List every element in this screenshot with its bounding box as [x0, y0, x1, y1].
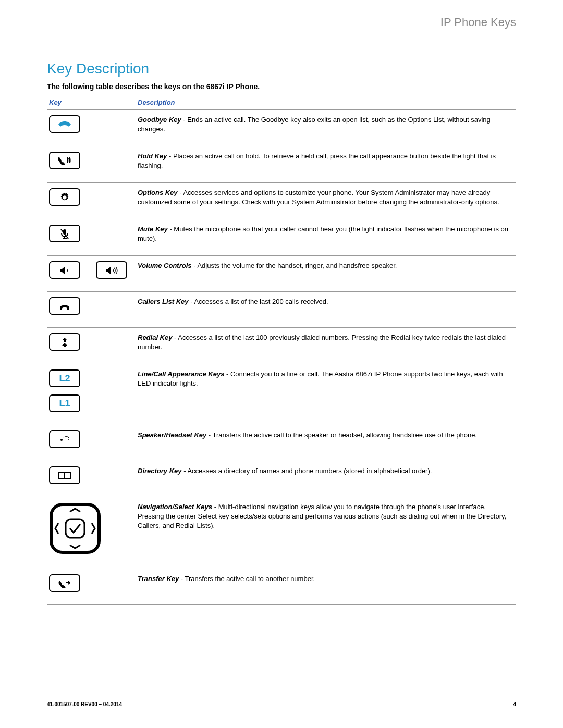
col-header-description: Description	[136, 95, 516, 110]
row-text: Accesses services and options to customi…	[138, 189, 499, 206]
table-row: Options Key - Accesses services and opti…	[47, 183, 516, 219]
key-description-table: Key Description Goodbye Key - Ends an ac…	[47, 95, 516, 605]
speaker-headset-key-icon	[49, 430, 80, 448]
transfer-key-icon	[49, 574, 80, 592]
row-label: Mute Key	[138, 225, 168, 233]
table-row: Mute Key - Mutes the microphone so that …	[47, 219, 516, 256]
row-text: Mutes the microphone so that your caller…	[138, 225, 508, 242]
goodbye-key-icon	[49, 115, 80, 133]
row-text: Accesses a list of the last 100 previous…	[138, 334, 506, 351]
svg-text:♫: ♫	[66, 156, 72, 164]
navigation-select-keys-icon	[49, 502, 101, 556]
row-label: Redial Key	[138, 334, 172, 341]
footer-docid: 41-001507-00 REV00 – 04.2014	[47, 701, 122, 707]
table-row: Redial Key - Accesses a list of the last…	[47, 328, 516, 364]
col-header-key: Key	[47, 95, 136, 110]
table-row: Volume Controls - Adjusts the volume for…	[47, 256, 516, 292]
row-label: Hold Key	[138, 152, 167, 160]
row-sep: -	[178, 189, 183, 196]
table-row: L2 L1 Line/Call Appearance Keys - Connec…	[47, 364, 516, 425]
row-text: Places an active call on hold. To retrie…	[138, 152, 496, 169]
row-label: Navigation/Select Keys	[138, 503, 212, 511]
table-row: Navigation/Select Keys - Multi-direction…	[47, 497, 516, 569]
row-sep: -	[182, 467, 188, 475]
options-key-icon	[49, 188, 80, 206]
row-label: Options Key	[138, 189, 178, 196]
row-text: Accesses a list of the last 200 calls re…	[194, 298, 328, 305]
volume-up-icon	[96, 261, 127, 279]
row-label: Line/Call Appearance Keys	[138, 370, 224, 378]
line-key-l2-icon: L2	[49, 369, 80, 387]
row-sep: -	[224, 370, 230, 378]
row-sep: -	[179, 575, 185, 583]
page-header-title: IP Phone Keys	[47, 16, 516, 29]
row-label: Goodbye Key	[138, 116, 181, 124]
svg-point-5	[60, 439, 63, 441]
section-title: Key Description	[47, 60, 516, 77]
row-text: Accesses a directory of names and phone …	[187, 467, 432, 475]
line-key-l1-icon: L1	[49, 394, 80, 412]
row-sep: -	[206, 431, 212, 439]
row-sep: -	[189, 298, 194, 305]
row-sep: -	[168, 225, 174, 233]
footer-page-number: 4	[513, 701, 516, 707]
row-label: Speaker/Headset Key	[138, 431, 206, 439]
row-text: Transfers the active call to the speaker…	[213, 431, 478, 439]
row-label: Volume Controls	[138, 262, 192, 269]
row-label: Directory Key	[138, 467, 182, 475]
row-sep: -	[181, 116, 188, 124]
svg-rect-7	[51, 504, 99, 552]
row-sep: -	[212, 503, 218, 511]
row-sep: -	[167, 152, 173, 160]
svg-point-6	[68, 439, 69, 440]
svg-rect-4	[64, 346, 66, 347]
directory-key-icon	[49, 466, 80, 484]
table-row: Transfer Key - Transfers the active call…	[47, 569, 516, 605]
svg-rect-8	[66, 519, 84, 538]
redial-key-icon	[49, 333, 80, 351]
row-sep: -	[192, 262, 198, 269]
table-row: ♫ Hold Key - Places an active call on ho…	[47, 146, 516, 183]
callers-list-key-icon	[49, 297, 80, 315]
hold-key-icon: ♫	[49, 152, 80, 169]
row-label: Callers List Key	[138, 298, 189, 305]
table-row: Directory Key - Accesses a directory of …	[47, 461, 516, 497]
intro-text: The following table describes the keys o…	[47, 82, 516, 91]
row-label: Transfer Key	[138, 575, 179, 583]
mute-key-icon	[49, 225, 80, 242]
row-text: Ends an active call. The Goodbye key als…	[138, 116, 491, 133]
volume-down-icon	[49, 261, 80, 279]
svg-rect-3	[64, 340, 66, 342]
table-row: Goodbye Key - Ends an active call. The G…	[47, 110, 516, 146]
row-text: Transfers the active call to another num…	[185, 575, 315, 583]
table-row: Callers List Key - Accesses a list of th…	[47, 292, 516, 328]
table-row: Speaker/Headset Key - Transfers the acti…	[47, 425, 516, 461]
row-sep: -	[172, 334, 178, 341]
row-text: Adjusts the volume for the handset, ring…	[197, 262, 397, 269]
